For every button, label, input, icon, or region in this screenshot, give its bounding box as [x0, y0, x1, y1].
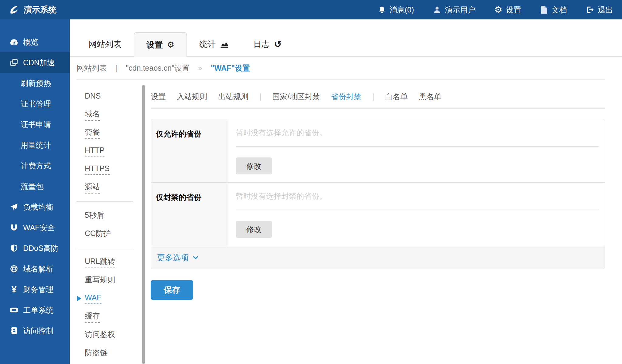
allowed-provinces-row: 仅允许的省份 暂时没有选择允许的省份。 修改: [151, 119, 605, 183]
divider: [77, 201, 133, 202]
sidebar-label: 计费方式: [21, 161, 51, 171]
sidebar-item-cert-apply[interactable]: 证书申请: [0, 114, 70, 135]
modify-blocked-button[interactable]: 修改: [236, 221, 272, 238]
sidebar-label: 流量包: [21, 181, 43, 191]
messages-menu-item[interactable]: 消息(0): [378, 5, 414, 15]
history-icon: ↺: [274, 40, 282, 49]
sidebar-item-traffic-pack[interactable]: 流量包: [0, 176, 70, 197]
user-menu-item[interactable]: 演示用户: [433, 5, 475, 15]
yen-icon: ¥: [9, 284, 19, 295]
tab-logs[interactable]: 日志 ↺: [241, 32, 294, 56]
sidebar-item-access-control[interactable]: 访问控制: [0, 320, 70, 341]
settings-sidebar-item-url-redirect[interactable]: URL跳转: [77, 253, 142, 271]
settings-sidebar-item-hotlink-protect[interactable]: 防盗链: [77, 344, 142, 362]
sidebar-item-usage-stats[interactable]: 用量统计: [0, 135, 70, 155]
sidebar-label: 工单系统: [23, 305, 53, 315]
breadcrumb-site-list[interactable]: 网站列表: [77, 63, 107, 73]
sidebar-item-cert-manage[interactable]: 证书管理: [0, 93, 70, 114]
sidebar-item-waf-security[interactable]: WAF安全: [0, 217, 70, 238]
settings-sidebar-item-https[interactable]: HTTPS: [77, 160, 142, 178]
allowed-provinces-content: 暂时没有选择允许的省份。 修改: [228, 119, 605, 182]
settings-sidebar-item-access-auth[interactable]: 访问鉴权: [77, 326, 142, 344]
tab-settings[interactable]: 设置 ⚙: [134, 32, 187, 57]
tab-site-list[interactable]: 网站列表: [77, 32, 134, 56]
sidebar-item-finance[interactable]: ¥ 财务管理: [0, 279, 70, 300]
app-title: 演示系统: [24, 4, 56, 15]
leaf-icon: [9, 5, 19, 15]
settings-sidebar-item-dns[interactable]: DNS: [77, 87, 142, 106]
settings-sidebar-item-plan[interactable]: 套餐: [77, 124, 142, 142]
subnav-item-settings[interactable]: 设置: [151, 92, 166, 102]
sidebar-item-cdn[interactable]: CDN加速: [0, 52, 70, 73]
user-label: 演示用户: [445, 5, 475, 15]
breadcrumb-separator: |: [115, 64, 118, 72]
tab-label: 设置: [146, 39, 163, 50]
more-options-link[interactable]: 更多选项: [157, 252, 199, 263]
copy-icon: [9, 58, 19, 67]
settings-sidebar-item-cache[interactable]: 缓存: [77, 308, 142, 326]
logout-menu-item[interactable]: 退出: [586, 5, 613, 15]
subnav-item-country-block[interactable]: 国家/地区封禁: [272, 92, 320, 102]
gear-icon: ⚙: [494, 5, 502, 14]
shield-icon: [9, 244, 19, 252]
field-underline: [236, 146, 599, 147]
bell-icon: [378, 6, 386, 14]
sidebar-item-overview[interactable]: 概览: [0, 32, 70, 52]
sidebar-label: WAF安全: [23, 223, 55, 233]
sidebar-item-billing-method[interactable]: 计费方式: [0, 155, 70, 176]
subnav-item-whitelist[interactable]: 白名单: [385, 92, 408, 102]
settings-sidebar-item-5s-shield[interactable]: 5秒盾: [77, 207, 142, 225]
topbar: 演示系统 消息(0) 演示用户 ⚙ 设置 文档: [0, 0, 622, 19]
docs-label: 文档: [552, 5, 567, 15]
save-button[interactable]: 保存: [151, 280, 193, 300]
settings-menu-item[interactable]: ⚙ 设置: [494, 5, 521, 15]
blocked-provinces-row: 仅封禁的省份 暂时没有选择封禁的省份。 修改: [151, 183, 605, 246]
document-icon: [540, 5, 548, 14]
sidebar: 概览 CDN加速 刷新预热 证书管理 证书申请 用量统计 计费方式 流量包: [0, 19, 70, 364]
sidebar-item-refresh-preheat[interactable]: 刷新预热: [0, 73, 70, 93]
app-logo[interactable]: 演示系统: [9, 4, 56, 15]
logout-icon: [586, 5, 594, 14]
magnet-icon: [9, 223, 19, 232]
sidebar-label: CDN加速: [23, 58, 55, 68]
form-footer: 更多选项: [151, 246, 605, 269]
settings-label: 设置: [506, 5, 521, 15]
topbar-menu: 消息(0) 演示用户 ⚙ 设置 文档 退出: [378, 5, 613, 15]
sidebar-label: 概览: [23, 37, 38, 47]
sidebar-item-dns-resolve[interactable]: 域名解析: [0, 258, 70, 279]
settings-sidebar-item-waf[interactable]: WAF: [77, 289, 142, 308]
breadcrumb-waf-settings[interactable]: "WAF"设置: [211, 63, 250, 73]
allowed-provinces-placeholder: 暂时没有选择允许的省份。: [236, 128, 599, 137]
sidebar-label: 负载均衡: [23, 202, 53, 212]
subnav-item-outbound-rules[interactable]: 出站规则: [218, 92, 248, 102]
docs-menu-item[interactable]: 文档: [540, 5, 567, 15]
subnav-item-inbound-rules[interactable]: 入站规则: [177, 92, 207, 102]
globe-icon: [9, 265, 19, 273]
sidebar-label: 域名解析: [23, 264, 53, 274]
sidebar-label: 证书管理: [21, 99, 51, 109]
modify-allowed-button[interactable]: 修改: [236, 157, 272, 174]
province-block-form: 仅允许的省份 暂时没有选择允许的省份。 修改 仅封禁的省份 暂时没有选择封禁的省…: [151, 119, 605, 269]
chart-icon: [220, 40, 229, 49]
settings-sidebar-item-http[interactable]: HTTP: [77, 142, 142, 160]
sidebar-label: 刷新预热: [21, 78, 51, 88]
blocked-provinces-placeholder: 暂时没有选择封禁的省份。: [236, 191, 599, 201]
settings-sidebar-item-cc-protect[interactable]: CC防护: [77, 225, 142, 243]
scrollbar[interactable]: [142, 85, 145, 364]
divider: [151, 108, 605, 109]
subnav-item-province-block[interactable]: 省份封禁: [331, 92, 361, 102]
settings-sidebar-item-domain[interactable]: 域名: [77, 106, 142, 124]
tab-statistics[interactable]: 统计: [187, 32, 241, 56]
breadcrumb-separator: »: [198, 64, 202, 72]
tab-label: 日志: [253, 39, 270, 50]
settings-sidebar-item-origin[interactable]: 源站: [77, 178, 142, 197]
sidebar-item-tickets[interactable]: 工单系统: [0, 300, 70, 320]
breadcrumb-site-settings[interactable]: "cdn.teaos.cn"设置: [126, 63, 190, 73]
waf-settings-panel: 设置 入站规则 出站规则 | 国家/地区封禁 省份封禁 | 白名单 黑名单 仅允…: [151, 79, 605, 364]
sidebar-item-load-balance[interactable]: 负载均衡: [0, 197, 70, 217]
blocked-provinces-label: 仅封禁的省份: [151, 183, 228, 246]
sidebar-item-ddos[interactable]: DDoS高防: [0, 238, 70, 258]
subnav-item-blacklist[interactable]: 黑名单: [419, 92, 442, 102]
settings-sidebar-item-rewrite-rules[interactable]: 重写规则: [77, 271, 142, 289]
logout-label: 退出: [598, 5, 613, 15]
